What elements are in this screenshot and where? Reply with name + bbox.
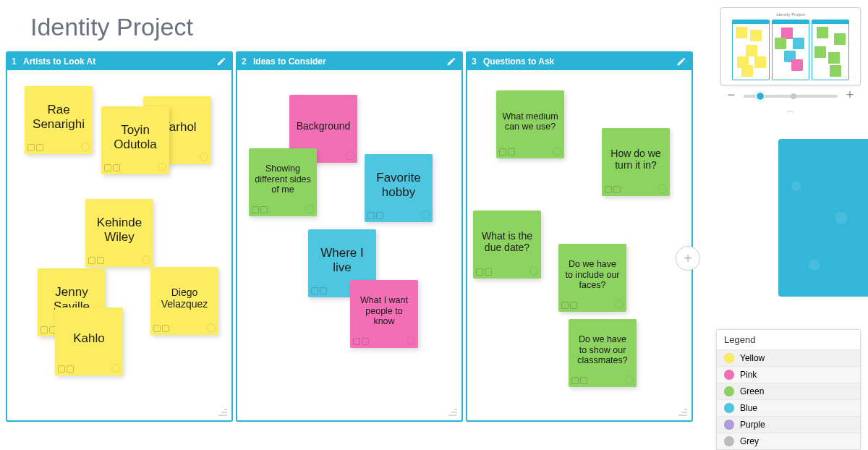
sticky-note[interactable]: Kahlo [55,307,123,375]
column-header[interactable]: 1 Artists to Look At [7,53,231,70]
note-meta-icons [561,302,577,309]
minimap[interactable]: Identity Project [720,7,861,85]
resize-icon[interactable] [217,406,229,417]
color-swatch [724,420,734,430]
sticky-note[interactable]: Do we have to include our faces? [558,244,626,312]
collapse-panel-button[interactable]: ︿ [713,104,868,116]
note-text: Toyin Odutola [107,123,163,151]
minimap-columns [726,20,856,80]
legend-item-purple[interactable]: Purple [717,416,860,433]
note-meta-icons [252,206,268,213]
legend-label: Pink [740,370,757,380]
sticky-note[interactable]: Toyin Odutola [101,106,169,174]
note-meta-icons [311,287,327,294]
sticky-note[interactable]: How do we turn it in? [602,128,670,196]
legend-item-pink[interactable]: Pink [717,366,860,383]
zoom-in-button[interactable]: + [843,90,856,103]
check-icon[interactable] [142,255,150,264]
note-meta-icons [476,268,492,276]
note-meta-icons [104,164,120,171]
check-icon[interactable] [81,143,90,151]
check-icon[interactable] [553,147,561,156]
check-icon[interactable] [421,211,430,219]
note-text: How do we turn it in? [608,148,664,171]
column-body[interactable]: Background Showing different sides of me… [237,70,461,420]
column-title: Artists to Look At [23,56,216,67]
column-header[interactable]: 3 Questions to Ask [467,53,692,70]
legend-item-grey[interactable]: Grey [717,433,860,449]
column-number: 1 [12,56,23,67]
legend-item-green[interactable]: Green [717,383,860,399]
background-preview[interactable] [778,139,868,297]
resize-icon[interactable] [677,406,689,417]
legend-item-yellow[interactable]: Yellow [717,349,860,366]
background-pattern [778,139,868,297]
column-body[interactable]: What medium can we use? How do we turn i… [467,70,692,420]
note-text: What is the due date? [479,230,535,253]
column-3: 3 Questions to Ask What medium can we us… [466,51,693,422]
check-icon[interactable] [625,375,634,384]
column-number: 2 [242,56,253,67]
sticky-note[interactable]: Rae Senarighi [25,86,93,154]
zoom-midpoint [791,93,796,99]
check-icon[interactable] [407,336,415,345]
sticky-note[interactable]: What medium can we use? [496,90,564,158]
note-meta-icons [153,325,169,332]
note-text: Diego Velazquez [156,286,213,310]
zoom-thumb[interactable] [755,91,765,101]
column-number: 3 [472,56,483,67]
note-text: Rae Senarighi [30,103,87,131]
zoom-out-button[interactable]: − [725,90,738,103]
check-icon[interactable] [615,300,624,309]
note-meta-icons [58,365,74,373]
note-meta-icons [88,257,104,264]
column-body[interactable]: Rae Senarighi Warhol Toyin Odutola Kehin… [7,70,231,420]
check-icon[interactable] [529,267,538,276]
edit-icon[interactable] [446,56,457,67]
color-swatch [724,403,734,413]
legend-label: Grey [740,436,759,446]
sticky-note[interactable]: Favorite hobby [365,154,433,222]
sticky-note[interactable]: Do we have to show our classmates? [569,319,637,387]
check-icon[interactable] [207,323,216,332]
check-icon[interactable] [200,153,208,161]
add-column-button[interactable]: + [676,246,700,271]
legend-panel: Legend Yellow Pink Green Blue Purple Gre… [716,329,861,450]
sticky-note[interactable]: What I want people to know [350,280,418,348]
note-text: Background [297,120,351,132]
sticky-note[interactable]: Diego Velazquez [150,267,218,335]
sticky-note[interactable]: Kehinde Wiley [85,199,153,267]
note-meta-icons [41,326,56,334]
note-meta-icons [499,148,515,156]
legend-label: Purple [740,420,765,430]
check-icon[interactable] [158,163,166,171]
note-meta-icons [367,212,383,219]
zoom-slider[interactable] [744,95,838,98]
sticky-note[interactable]: Showing different sides of me [249,148,317,216]
column-1: 1 Artists to Look At Rae Senarighi Warho… [6,51,233,422]
note-text: Where I live [314,246,370,274]
minimap-col-1 [732,20,770,80]
check-icon[interactable] [111,364,120,373]
note-text: What I want people to know [356,295,412,326]
note-meta-icons [571,377,587,384]
column-title: Questions to Ask [483,56,676,67]
check-icon[interactable] [305,205,314,213]
resize-icon[interactable] [447,406,459,417]
check-icon[interactable] [346,151,354,160]
column-header[interactable]: 2 Ideas to Consider [237,53,461,70]
legend-label: Blue [740,403,757,413]
edit-icon[interactable] [676,56,687,67]
sticky-note[interactable]: What is the due date? [473,211,541,279]
legend-title: Legend [717,330,860,349]
color-swatch [724,436,734,446]
color-swatch [724,370,734,380]
minimap-col-3 [812,20,849,80]
legend-item-blue[interactable]: Blue [717,399,860,416]
edit-icon[interactable] [216,56,227,67]
check-icon[interactable] [658,184,667,193]
legend-label: Yellow [740,353,765,363]
column-2: 2 Ideas to Consider Background Showing d… [236,51,463,422]
note-text: Showing different sides of me [255,164,311,195]
legend-label: Green [740,386,764,396]
